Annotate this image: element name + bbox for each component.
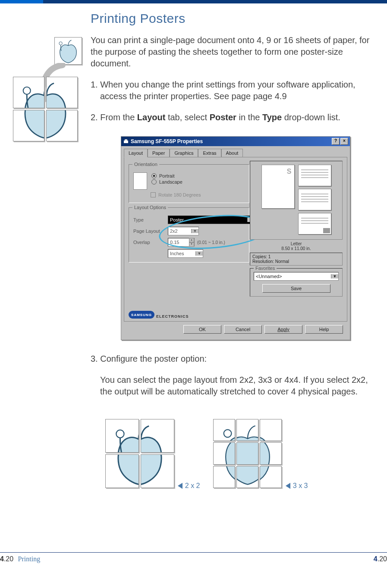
type-label: Type [133, 217, 168, 222]
orientation-preview-icon [133, 172, 147, 190]
intro-paragraph: You can print a single-page document ont… [91, 34, 374, 69]
tab-graphics[interactable]: Graphics [170, 149, 198, 157]
help-button[interactable]: Help [305, 325, 343, 334]
preview-meta: Copies: 1 Resolution: Normal [250, 253, 343, 266]
ok-button[interactable]: OK [183, 325, 221, 334]
resolution-label: Resolution: Normal [252, 259, 340, 264]
favorites-group: Favorites <Unnamed> ▼ Save [250, 268, 343, 297]
overlap-unit: (0.01 ~ 1.0 in.) [197, 240, 225, 245]
properties-dialog: Samsung SF-555P Properties ? × Layout Pa… [121, 136, 350, 340]
step-2: 2. From the Layout tab, select Poster in… [91, 112, 374, 123]
page-heading: Printing Posters [91, 11, 378, 26]
dialog-titlebar: Samsung SF-555P Properties ? × [121, 137, 350, 146]
radio-landscape[interactable]: Landscape [151, 179, 182, 185]
svg-point-0 [59, 42, 62, 45]
svg-point-5 [223, 430, 231, 438]
example-3x3: 3 x 3 [213, 419, 282, 488]
preview-thumb-2 [298, 189, 331, 210]
footer-left: 4.20 Printing [0, 555, 40, 563]
preview-thumb-3 [298, 213, 331, 235]
chevron-down-icon: ▼ [191, 229, 198, 233]
favorites-label: Favorites [254, 266, 277, 271]
layout-options-group: Layout Options Type Poster ▼ Page Layout [129, 207, 249, 263]
small-poster-tile [54, 37, 82, 65]
apply-button[interactable]: Apply [264, 325, 302, 334]
favorites-save-button[interactable]: Save [262, 284, 330, 293]
page-layout-label: Page Layout [133, 228, 168, 234]
dialog-button-row: OK Cancel Apply Help [124, 322, 347, 337]
layout-options-label: Layout Options [132, 205, 168, 210]
tab-extras[interactable]: Extras [198, 149, 221, 157]
body-text: You can print a single-page document ont… [91, 34, 374, 123]
brand-logo: SAMSUNG ELECTRONICS [129, 311, 189, 319]
preview-panel: S [250, 161, 343, 297]
svg-point-4 [116, 430, 124, 438]
page-top-border [0, 0, 387, 3]
step-1: 1. When you change the print settings fr… [91, 79, 374, 102]
orientation-group: Orientation Portrait Landscape [129, 164, 249, 203]
checkbox-rotate-180[interactable]: Rotate 180 Degrees [151, 192, 245, 197]
page-layout-dropdown[interactable]: 2x2 ▼ [168, 227, 199, 235]
preview-thumb-1 [298, 165, 331, 186]
tab-layout[interactable]: Layout [124, 149, 148, 157]
printer-icon [123, 138, 129, 144]
page-footer: 4.20 Printing 4.20 [0, 552, 387, 563]
tab-paper[interactable]: Paper [148, 149, 170, 157]
preview-box: S [250, 161, 343, 240]
orientation-label: Orientation [132, 162, 159, 167]
layout-examples: 2 x 2 3 x 3 [9, 419, 378, 488]
cancel-button[interactable]: Cancel [224, 325, 262, 334]
svg-point-1 [23, 87, 31, 94]
help-button[interactable]: ? [332, 138, 340, 145]
apple-icon [55, 38, 82, 64]
label-2x2: 2 x 2 [178, 482, 200, 490]
step-3-detail: You can select the page layout from 2x2,… [91, 374, 374, 397]
chevron-down-icon: ▼ [195, 251, 203, 256]
unit-dropdown[interactable]: Inches ▼ [168, 249, 203, 258]
dialog-tabs: Layout Paper Graphics Extras About [124, 149, 347, 157]
side-illustration [13, 37, 82, 141]
svg-rect-2 [124, 141, 128, 143]
radio-portrait[interactable]: Portrait [151, 173, 182, 178]
label-3x3: 3 x 3 [286, 482, 308, 490]
close-button[interactable]: × [340, 138, 348, 145]
overlap-spinner[interactable]: 0.15 ▲▼ [168, 238, 195, 247]
chevron-down-icon: ▼ [331, 274, 338, 278]
preview-size-label: 8.50 x 11.00 in. [250, 246, 343, 251]
type-dropdown[interactable]: Poster ▼ [168, 216, 255, 224]
svg-rect-3 [125, 139, 127, 141]
tab-about[interactable]: About [221, 149, 243, 157]
copies-label: Copies: 1 [252, 254, 340, 259]
preview-page-1: S [261, 165, 295, 209]
step-3: 3. Configure the poster option: [91, 353, 374, 365]
favorites-dropdown[interactable]: <Unnamed> ▼ [254, 272, 339, 281]
tab-body: Orientation Portrait Landscape [124, 157, 347, 322]
page-content: Printing Posters You can print a single-… [0, 7, 387, 567]
triangle-left-icon [286, 483, 290, 489]
example-2x2: 2 x 2 [105, 419, 174, 488]
triangle-left-icon [178, 483, 182, 489]
preview-paper-label: Letter [250, 241, 343, 246]
dialog-title: Samsung SF-555P Properties [131, 138, 203, 144]
body-text-2: 3. Configure the poster option: You can … [91, 353, 374, 397]
footer-right: 4.20 [374, 555, 387, 563]
overlap-label: Overlap [133, 240, 168, 245]
